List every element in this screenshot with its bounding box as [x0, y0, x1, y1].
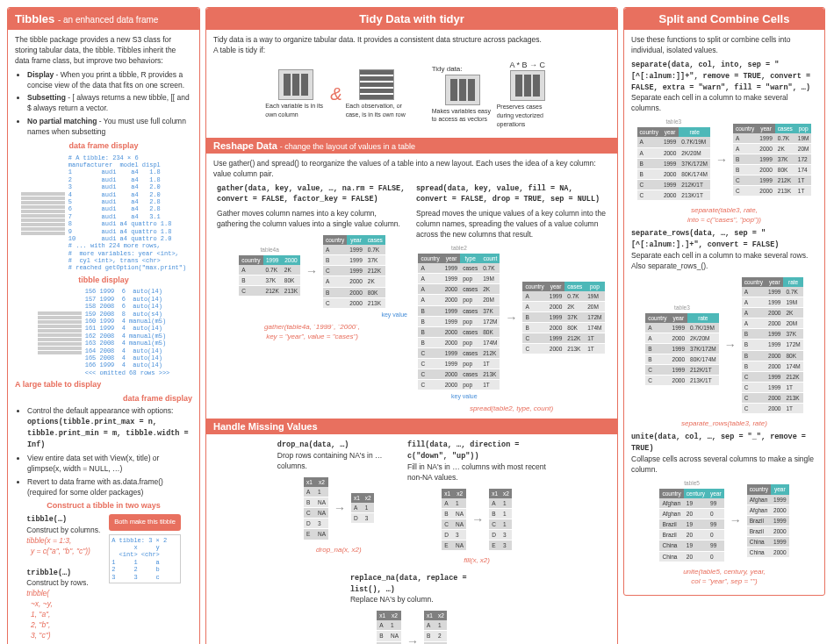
arrow-icon: → — [306, 263, 318, 281]
gathered-viz: countryyearcasesA19990.7KB199937KC199921… — [321, 233, 387, 311]
table5-viz: table5countrycenturyyearAfghan1999Afghan… — [658, 479, 725, 564]
options-bullet: Control the default appearance with opti… — [27, 406, 192, 451]
gather-sig: gather(data, key, value, …, na.rm = FALS… — [217, 184, 405, 204]
arrow-icon: → — [505, 310, 517, 327]
seprows-out-viz: countryyearrateA19990.7KA199919MA20002KA… — [740, 275, 805, 416]
ampersand-icon: & — [330, 82, 342, 106]
df-code-sample: # A tibble: 234 × 6 manufacturer model d… — [68, 154, 186, 272]
tidy-intro: Tidy data is a way to organize tabular d… — [213, 35, 610, 56]
reshape-header: Reshape Data - change the layout of valu… — [206, 138, 617, 154]
table2-viz: table2countryyeartypecountA1999cases0.7K… — [416, 244, 501, 392]
tibbles-header: Tibbles - an enhanced data frame — [8, 8, 199, 30]
separate-rows-sig: separate_rows(data, …, sep = "[^[:alnum:… — [631, 229, 779, 249]
unite-sig: unite(data, col, …, sep = "_", remove = … — [631, 433, 806, 453]
spread-out-viz: countryyearcasespopA19990.7K19MA20002K20… — [521, 280, 606, 357]
table3-viz: table3countryyearrateA19990.7K/19MA20002… — [636, 118, 712, 203]
na-in-viz2: x1x2A1BNACNAD3ENA — [440, 487, 468, 554]
unite-out-viz: countryyearAfghan1999Afghan2000Brazil199… — [745, 483, 791, 560]
tibble-fn: tibble(…) — [26, 515, 67, 524]
na-in-viz3: x1x2A1BNACNAD3ENA — [375, 609, 403, 644]
both-badge: Both make this tibble — [109, 514, 181, 531]
construct-header: Construct a tibble in two ways — [15, 500, 192, 512]
tibbles-intro: The tibble package provides a new S3 cla… — [15, 35, 192, 67]
tibble-code-sample: 156 1999 6 auto(l4) 157 1999 6 auto(l4) … — [85, 288, 170, 376]
missing-header: Handle Missing Values — [206, 419, 617, 434]
table3-viz2: table3countryyearrateA19990.7K/19MA20002… — [643, 304, 720, 389]
df-display-label-2: data frame display — [15, 393, 192, 404]
grid-icon-2 — [38, 311, 82, 354]
large-table-label: A large table to display — [15, 379, 192, 390]
dropna-out-viz: x1x2A1D3 — [349, 491, 376, 526]
df-display-label: data frame display — [15, 140, 192, 152]
icon-variable: Each variable is in its own column — [265, 69, 327, 119]
icon-vectors: Makes variables easy to access as vector… — [432, 75, 493, 125]
tidy-header: Tidy Data with tidyr — [206, 8, 617, 30]
tribble-fn: tribble(…) — [26, 569, 71, 577]
view-bullet: View entire data set with View(x, title)… — [27, 454, 192, 475]
na-in-viz: x1x2A1BNACNAD3ENA — [302, 476, 330, 542]
spread-call: spread(table2, type, count) — [416, 404, 607, 413]
cheatsheet-page: Tibbles - an enhanced data frame The tib… — [0, 0, 834, 644]
tibbles-card: Tibbles - an enhanced data frame The tib… — [7, 7, 200, 644]
replace-out-viz: x1x2A1B2C2D3E2 — [422, 609, 449, 644]
icon-observation: Each observation, or case, is in its own… — [346, 69, 407, 119]
sep-out-viz: countryyearcasespopA19990.7K19MA20002K20… — [731, 122, 813, 199]
grid-icon — [21, 191, 65, 235]
tibble-output: A tibble: 3 × 2 x y <int> <chr> 1 1 a 2 … — [109, 534, 181, 583]
spread-sig: spread(data, key, value, fill = NA, conv… — [416, 184, 600, 204]
split-header: Split and Combine Cells — [624, 8, 824, 30]
fill-out-viz: x1x2A1B1C1D3E3 — [487, 487, 514, 554]
gather-call: gather(table4a, `1999`, `2000`, key = "y… — [217, 322, 407, 341]
table4a-viz: table4acountry19992000A0.7K2KB37K80KC212… — [237, 246, 302, 298]
tibbles-bullets: Display - When you print a tibble, R pro… — [15, 70, 192, 138]
separate-sig: separate(data, col, into, sep = "[^[:aln… — [631, 61, 810, 92]
tibble-display-label: tibble display — [15, 275, 192, 286]
split-card: Split and Combine Cells Use these functi… — [623, 7, 825, 596]
tidy-card: Tidy Data with tidyr Tidy data is a way … — [205, 7, 618, 644]
icon-preserve: Preserves cases during vectorized operat… — [497, 70, 558, 128]
revert-bullet: Revert to data frame with as.data.frame(… — [27, 477, 192, 498]
